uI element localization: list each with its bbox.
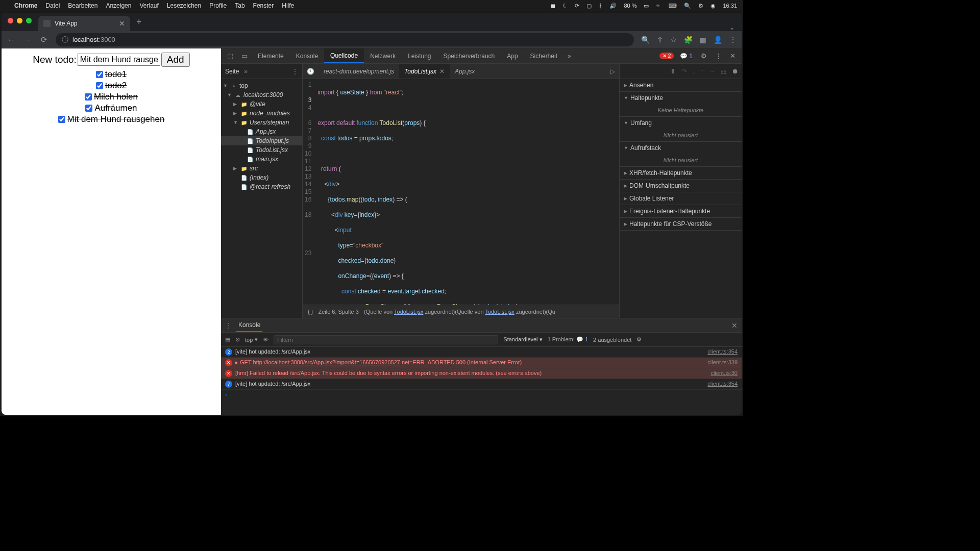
acc-ansehen[interactable]: ▶Ansehen [620, 79, 742, 91]
menu-datei[interactable]: Datei [45, 2, 60, 9]
tab-elemente[interactable]: Elemente [252, 48, 290, 63]
menu-fenster[interactable]: Fenster [253, 2, 274, 9]
console-title[interactable]: Konsole [236, 319, 262, 332]
volume-icon[interactable]: 🔊 [609, 3, 617, 9]
battery-icon[interactable]: ▭ [644, 3, 649, 9]
sync-icon[interactable]: ⟳ [575, 3, 579, 9]
tab-speicher[interactable]: Speicherverbrauch [437, 48, 501, 63]
tree-file[interactable]: 📄TodoList.jsx [221, 145, 302, 155]
problems-label[interactable]: 1 Problem: 💬 1 [548, 336, 588, 343]
console-sidebar-icon[interactable]: ▤ [225, 336, 230, 343]
log-source[interactable]: client.ts:339 [707, 359, 738, 365]
format-icon[interactable]: { } [308, 309, 313, 315]
hidden-label[interactable]: 2 ausgeblendet [593, 337, 631, 343]
siri-icon[interactable]: ◉ [710, 3, 716, 9]
menu-tab[interactable]: Tab [235, 2, 244, 9]
devtools-close-icon[interactable]: ✕ [726, 52, 740, 60]
more-nav-icon[interactable]: » [244, 68, 248, 75]
url-input[interactable]: ⓘ localhost:3000 [56, 33, 634, 46]
tab-app[interactable]: App [501, 48, 524, 63]
todo-checkbox[interactable] [58, 116, 65, 123]
tab-konsole[interactable]: Konsole [290, 48, 324, 63]
deactivate-bp-button[interactable]: ⚏ [721, 67, 727, 75]
error-badge[interactable]: ✕ 2 [659, 53, 674, 59]
run-icon[interactable]: ▷ [606, 68, 619, 75]
source-tab[interactable]: App.jsx [450, 64, 480, 79]
menu-anzeigen[interactable]: Anzeigen [106, 2, 131, 9]
console-prompt[interactable]: › [221, 390, 742, 399]
tree-file[interactable]: 📄TodoInput.js [221, 136, 302, 145]
info-badge[interactable]: 💬 1 [680, 53, 693, 60]
device-toggle-icon[interactable]: ▭ [237, 52, 252, 60]
step-button[interactable]: → [709, 67, 716, 75]
inspect-icon[interactable]: ⬚ [223, 52, 237, 60]
acc-dom[interactable]: ▶DOM-Umschaltpunkte [620, 180, 742, 192]
acc-global[interactable]: ▶Globale Listener [620, 192, 742, 205]
tree-node-modules[interactable]: ▶📁node_modules [221, 109, 302, 118]
app-name[interactable]: Chrome [14, 2, 37, 9]
acc-haltepunkte[interactable]: ▼Haltepunkte [620, 92, 742, 104]
tab-close-icon[interactable]: ✕ [119, 19, 125, 28]
wifi-icon[interactable]: ᯤ [656, 3, 662, 9]
add-button[interactable]: Add [161, 53, 190, 67]
live-expression-icon[interactable]: 👁 [263, 337, 268, 343]
todo-checkbox[interactable] [96, 82, 103, 89]
share-icon[interactable]: ⇧ [657, 36, 663, 44]
step-into-button[interactable]: ↓ [692, 67, 696, 75]
search-icon[interactable]: 🔍 [641, 36, 650, 44]
extensions-icon[interactable]: 🧩 [684, 36, 693, 44]
settings-icon[interactable]: ⚙ [697, 52, 711, 60]
sidepanel-icon[interactable]: ▥ [700, 36, 706, 44]
tab-leistung[interactable]: Leistung [402, 48, 437, 63]
tabs-expand-icon[interactable]: ⌄ [722, 24, 742, 31]
console-filter-input[interactable] [274, 335, 498, 344]
history-icon[interactable]: 🕙 [303, 68, 318, 75]
acc-aufrufstack[interactable]: ▼Aufrufstack [620, 142, 742, 154]
todo-checkbox[interactable] [85, 93, 92, 101]
bluetooth-icon[interactable]: ᚼ [599, 3, 602, 9]
tree-file[interactable]: 📄main.jsx [221, 155, 302, 164]
close-icon[interactable]: ✕ [439, 68, 445, 75]
minimize-window-button[interactable] [17, 18, 22, 23]
profile-icon[interactable]: 👤 [714, 36, 722, 44]
site-info-icon[interactable]: ⓘ [62, 35, 68, 44]
acc-event[interactable]: ▶Ereignis-Listener-Haltepunkte [620, 205, 742, 217]
control-center-icon[interactable]: ⚙ [698, 3, 703, 9]
source-tab[interactable]: TodoList.jsx✕ [399, 64, 450, 79]
tree-top[interactable]: ▼▫top [221, 81, 302, 90]
maximize-window-button[interactable] [26, 18, 32, 23]
todo-checkbox[interactable] [96, 71, 103, 78]
keyboard-icon[interactable]: ⌨ [669, 3, 677, 9]
menu-icon[interactable]: ⋮ [729, 36, 737, 44]
tab-netzwerk[interactable]: Netzwerk [364, 48, 402, 63]
browser-tab[interactable]: Vite App ✕ [38, 16, 130, 31]
log-source[interactable]: client.ts:30 [710, 370, 738, 376]
back-button[interactable]: ← [7, 35, 16, 44]
tree-host[interactable]: ▼☁localhost:3000 [221, 90, 302, 99]
new-todo-input[interactable] [78, 54, 160, 66]
menu-hilfe[interactable]: Hilfe [282, 2, 294, 9]
nav-menu-icon[interactable]: ⋮ [292, 68, 298, 75]
clear-console-icon[interactable]: ⊘ [235, 336, 240, 343]
menu-profile[interactable]: Profile [209, 2, 227, 9]
close-window-button[interactable] [8, 18, 13, 23]
tree-src[interactable]: ▶📁src [221, 164, 302, 173]
more-tabs-icon[interactable]: » [564, 52, 575, 60]
dnd-icon[interactable]: ☾ [562, 3, 568, 9]
tree-vite[interactable]: ▶📁@vite [221, 99, 302, 109]
log-level-selector[interactable]: Standardlevel ▾ [503, 336, 542, 343]
console-settings-icon[interactable]: ⚙ [636, 336, 642, 343]
tab-quellcode[interactable]: Quellcode [324, 48, 364, 63]
context-selector[interactable]: top ▾ [245, 336, 258, 343]
console-menu-icon[interactable]: ⋮ [225, 322, 231, 329]
menu-lesezeichen[interactable]: Lesezeichen [167, 2, 201, 9]
status-icon[interactable]: ◼ [551, 3, 555, 9]
new-tab-button[interactable]: + [130, 17, 148, 28]
code-editor[interactable]: 1346789101112131415161823 import { useSt… [303, 79, 619, 305]
pause-button[interactable]: ⏸ [670, 67, 676, 75]
tree-refresh[interactable]: 📄@react-refresh [221, 182, 302, 191]
menu-verlauf[interactable]: Verlauf [139, 2, 158, 9]
search-icon[interactable]: 🔍 [684, 3, 691, 9]
acc-csp[interactable]: ▶Haltepunkte für CSP-Verstöße [620, 218, 742, 230]
tree-index[interactable]: 📄(Index) [221, 173, 302, 182]
